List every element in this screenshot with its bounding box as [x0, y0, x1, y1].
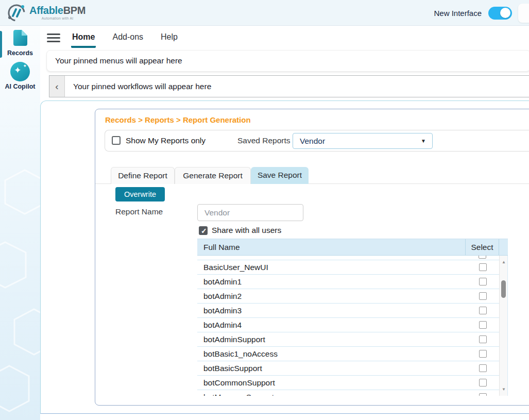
toggle-knob [500, 8, 510, 18]
chevron-down-icon: ▼ [421, 138, 426, 144]
row-checkbox[interactable] [479, 393, 487, 396]
user-full-name: botAdmin2 [197, 292, 466, 301]
sidebar-records-label: Records [0, 49, 40, 57]
row-checkbox[interactable] [479, 278, 487, 285]
overwrite-button[interactable]: Overwrite [115, 187, 165, 201]
tab-define-report[interactable]: Define Report [111, 167, 175, 184]
scrollbar-thumb[interactable] [501, 280, 506, 298]
nav-tab-add-ons[interactable]: Add-ons [111, 27, 144, 48]
saved-reports-dropdown[interactable]: Vendor ▼ [293, 133, 433, 149]
content-container: Records > Reports > Report Generation Sh… [40, 100, 529, 414]
scroll-down-icon[interactable]: ▼ [500, 387, 508, 392]
report-filter-strip: Show My Reports only Saved Reports Vendo… [105, 130, 529, 152]
scroll-up-icon[interactable]: ▲ [500, 260, 508, 264]
table-scrollbar[interactable]: ▲ ▼ [499, 256, 507, 396]
workflows-collapse-button[interactable]: ‹ [49, 76, 65, 97]
saved-reports-value: Vendor [300, 137, 325, 146]
select-cell [466, 292, 500, 300]
new-interface-label: New Interface [434, 9, 482, 18]
report-name-input[interactable] [197, 204, 303, 221]
brand-tagline: Automation with AI [29, 16, 86, 20]
sidebar-item-ai-copilot[interactable]: ✦ ✦ AI Copilot [0, 62, 40, 94]
spark-big-glyph: ✦ [14, 66, 21, 75]
table-row: botBasic1_noAccess [197, 347, 507, 361]
select-cell [466, 393, 500, 396]
hamburger-menu-icon[interactable] [47, 33, 60, 42]
table-row: botAdmin4 [197, 318, 507, 332]
sparkles-icon: ✦ ✦ [10, 62, 30, 81]
row-checkbox[interactable] [479, 364, 487, 372]
row-checkbox[interactable] [479, 292, 487, 300]
user-full-name: botAdminSupport [197, 335, 466, 344]
user-full-name: BasicUser_NewUI [197, 263, 466, 272]
column-header-scroll-gap [499, 239, 508, 255]
row-checkbox[interactable] [479, 263, 487, 271]
share-with-all-users-checkbox[interactable] [199, 226, 208, 235]
sidebar: Records ✦ ✦ AI Copilot [0, 26, 40, 420]
row-checkbox[interactable] [479, 379, 487, 387]
pinned-workflows-bar: ‹ Your pinned workflows will appear here [49, 75, 529, 97]
user-table-body: BasicUser_NewUI botAdmin1 botAdmin2 botA… [197, 256, 508, 396]
user-full-name: botAdmin3 [197, 306, 466, 315]
report-name-label: Report Name [115, 207, 163, 216]
user-table-header: Full Name Select [197, 239, 508, 256]
share-with-all-users-label: Share with all users [212, 226, 281, 235]
brand-name-secondary: BPM [63, 5, 86, 16]
nav-tab-help[interactable]: Help [160, 27, 179, 48]
user-full-name: botAdmin1 [197, 277, 466, 287]
document-icon [13, 30, 27, 46]
table-row: botAdmin3 [197, 304, 507, 318]
user-full-name: botBasic1_noAccess [197, 349, 466, 359]
spark-small-glyph: ✦ [23, 64, 27, 69]
row-checkbox[interactable] [479, 350, 487, 358]
row-checkbox[interactable] [479, 307, 487, 314]
top-nav: Home Add-ons Help [71, 26, 194, 49]
brand-name: AffableBPM Automation with AI [29, 5, 86, 20]
select-cell [466, 263, 500, 271]
nav-tab-home[interactable]: Home [71, 27, 96, 48]
pinned-menus-bar: Your pinned menus will appear here [46, 50, 529, 72]
select-cell [466, 321, 500, 329]
user-full-name: botAdmin4 [197, 321, 466, 330]
user-rows: BasicUser_NewUI botAdmin1 botAdmin2 botA… [197, 260, 507, 396]
app-header: AffableBPM Automation with AI New Interf… [0, 0, 529, 26]
user-full-name: botBasicSupport [197, 364, 466, 373]
clipped-scrolled-row [197, 256, 507, 260]
new-interface-toggle[interactable] [488, 7, 512, 20]
tab-save-report[interactable]: Save Report [251, 167, 309, 184]
tab-generate-report[interactable]: Generate Report [175, 167, 251, 184]
row-checkbox[interactable] [479, 256, 486, 259]
select-cell [466, 307, 500, 314]
table-row: botCommonSupport [197, 376, 507, 390]
saved-reports-label: Saved Reports [237, 136, 291, 145]
hexagon-pattern-decor [0, 98, 40, 417]
breadcrumb: Records > Reports > Report Generation [105, 115, 251, 124]
table-row: botAdminSupport [197, 332, 507, 347]
select-cell [466, 278, 500, 285]
row-checkbox[interactable] [479, 321, 487, 329]
column-header-full-name: Full Name [197, 239, 466, 255]
records-active-indicator [0, 31, 2, 58]
report-generation-panel: Records > Reports > Report Generation Sh… [95, 109, 529, 406]
app-window: AffableBPM Automation with AI New Interf… [0, 0, 529, 420]
chevron-left-icon: ‹ [55, 81, 58, 92]
pinned-menus-placeholder: Your pinned menus will appear here [55, 56, 182, 65]
select-cell [466, 350, 500, 358]
pinned-workflows-placeholder: Your pinned workflows will appear here [73, 82, 211, 91]
sidebar-ai-copilot-label: AI Copilot [0, 83, 40, 90]
brand-name-primary: Affable [29, 5, 63, 16]
select-cell [466, 364, 500, 372]
table-row: botAdmin2 [197, 289, 507, 304]
show-my-reports-checkbox[interactable] [112, 136, 121, 145]
show-my-reports-label: Show My Reports only [126, 136, 206, 145]
main-area: Home Add-ons Help Your pinned menus will… [40, 26, 529, 420]
brand-logo-icon [6, 3, 27, 23]
row-checkbox[interactable] [479, 335, 487, 343]
select-cell [466, 335, 500, 343]
table-row: botAdmin1 [197, 275, 507, 289]
column-header-select: Select [466, 239, 499, 255]
sidebar-item-records[interactable]: Records [0, 30, 40, 60]
table-row: botBasicSupport [197, 361, 507, 376]
table-row: botManagerSupport [197, 390, 507, 396]
user-full-name: botManagerSupport [197, 393, 466, 396]
